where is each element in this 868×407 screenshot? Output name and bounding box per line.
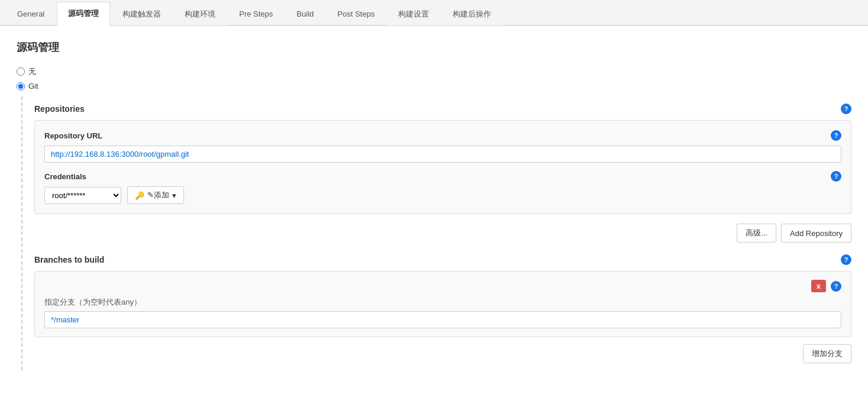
- repositories-help-icon[interactable]: ?: [841, 104, 851, 114]
- repository-url-group: Repository URL ? Credentials ? root/****…: [34, 120, 851, 214]
- credentials-label-row: Credentials ?: [44, 171, 841, 182]
- branch-label-row: 指定分支（为空时代表any）: [44, 297, 841, 308]
- repo-url-label-row: Repository URL ?: [44, 130, 841, 141]
- credentials-select[interactable]: root/******: [44, 187, 121, 204]
- branch-input[interactable]: [44, 311, 841, 328]
- radio-git-text: Git: [28, 82, 38, 91]
- tabs-bar: General 源码管理 构建触发器 构建环境 Pre Steps Build …: [0, 0, 868, 26]
- branch-item-box: x ? 指定分支（为空时代表any）: [34, 271, 851, 337]
- branches-title: Branches to build: [34, 255, 104, 264]
- credentials-help-icon[interactable]: ?: [831, 171, 841, 182]
- tab-presteps[interactable]: Pre Steps: [228, 3, 284, 24]
- branch-item-label: 指定分支（为空时代表any）: [44, 297, 141, 308]
- page-title: 源码管理: [17, 40, 851, 54]
- tab-trigger[interactable]: 构建触发器: [111, 2, 172, 25]
- branches-header: Branches to build ?: [34, 254, 851, 265]
- tab-build[interactable]: Build: [285, 3, 325, 24]
- add-dropdown-icon: ▾: [172, 191, 176, 200]
- scm-radio-group: 无 Git: [17, 66, 851, 91]
- add-repository-button[interactable]: Add Repository: [781, 224, 851, 243]
- key-icon: 🔑: [135, 191, 144, 200]
- tab-postbuild[interactable]: 构建后操作: [441, 2, 502, 25]
- add-branch-row: 增加分支: [34, 344, 851, 363]
- branches-help-icon[interactable]: ?: [841, 254, 851, 265]
- radio-git-label[interactable]: Git: [17, 82, 851, 91]
- tab-poststeps[interactable]: Post Steps: [326, 3, 386, 24]
- main-content: 源码管理 无 Git Repositories ? Repository URL…: [0, 26, 868, 407]
- radio-git[interactable]: [17, 82, 25, 91]
- repo-url-input[interactable]: [44, 146, 841, 163]
- repo-url-label: Repository URL: [44, 131, 102, 140]
- delete-branch-button[interactable]: x: [811, 280, 826, 292]
- add-credentials-button[interactable]: 🔑 ✎添加 ▾: [127, 186, 184, 204]
- repositories-title: Repositories: [34, 104, 85, 114]
- tab-env[interactable]: 构建环境: [173, 2, 227, 25]
- radio-none[interactable]: [17, 67, 25, 76]
- advanced-button[interactable]: 高级...: [737, 224, 776, 243]
- git-section-box: Repositories ? Repository URL ? Credenti…: [21, 96, 851, 370]
- add-branch-button[interactable]: 增加分支: [803, 344, 851, 363]
- repo-action-row: 高级... Add Repository: [34, 224, 851, 243]
- add-label: ✎添加: [147, 190, 169, 201]
- branches-section: Branches to build ? x ? 指定分支（为空时代表any） 增…: [34, 254, 851, 363]
- credentials-label: Credentials: [44, 172, 86, 181]
- branch-item-header: x ?: [44, 280, 841, 292]
- repo-url-help-icon[interactable]: ?: [831, 130, 841, 141]
- radio-none-label[interactable]: 无: [17, 66, 851, 77]
- branch-item-help-icon[interactable]: ?: [831, 281, 841, 292]
- credentials-row: root/****** 🔑 ✎添加 ▾: [44, 186, 841, 204]
- tab-general[interactable]: General: [6, 3, 56, 24]
- tab-source[interactable]: 源码管理: [57, 2, 110, 26]
- radio-none-text: 无: [28, 66, 36, 77]
- tab-settings[interactable]: 构建设置: [387, 2, 440, 25]
